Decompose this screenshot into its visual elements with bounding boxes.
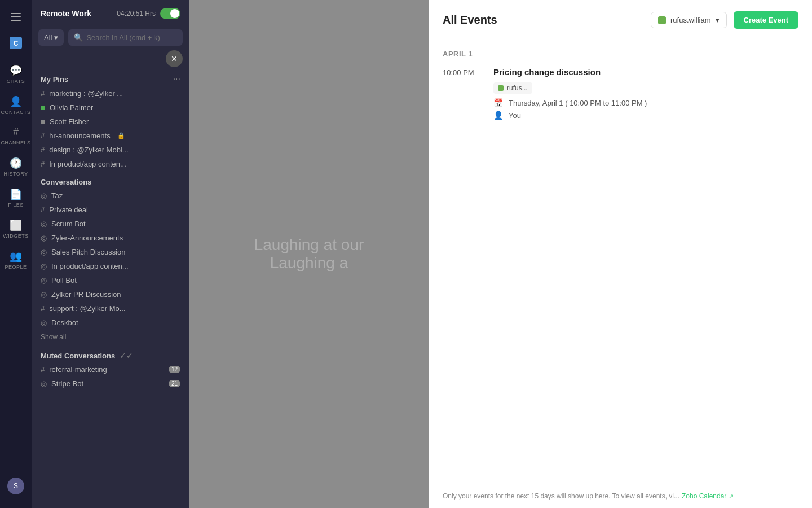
nav-item-chats[interactable]: 💬 CHATS [0,59,32,90]
nav-item-history[interactable]: 🕐 HISTORY [0,151,32,182]
sidebar-bottom: S [7,478,24,501]
workspace-name: Remote Work [41,9,91,18]
main-content-area: Laughing at our Laughing a [189,0,429,508]
bot-icon: ◎ [41,276,47,284]
attendee-icon: 👤 [493,111,503,120]
create-event-button[interactable]: Create Event [734,11,798,29]
bot-icon: ◎ [41,191,47,200]
calendar-selector[interactable]: rufus.william ▾ [651,12,727,28]
widgets-icon: ⬜ [10,219,22,231]
event-time: 10:00 PM [443,67,482,77]
nav-item-people[interactable]: 👥 PEOPLE [0,244,32,275]
close-search-button[interactable]: ✕ [166,50,183,67]
app-logo: C [5,32,27,54]
hamburger-menu[interactable] [5,7,27,27]
search-input[interactable] [86,33,177,42]
conv-item-support[interactable]: # support : @Zylker Mo... [32,301,189,316]
nav-item-contacts[interactable]: 👤 CONTACTS [0,90,32,121]
show-all-conversations[interactable]: Show all [32,330,189,344]
nav-item-widgets[interactable]: ⬜ WIDGETS [0,213,32,244]
external-link-icon: ↗ [729,493,734,500]
channel-icon: # [41,146,45,154]
conv-item-scrum-bot[interactable]: ◎ Scrum Bot [32,217,189,231]
svg-rect-1 [11,16,21,17]
panel-header: All Events rufus.william ▾ Create Event [429,0,812,38]
bot-icon: ◎ [41,379,47,388]
status-dot-gray [41,120,45,124]
channel-icon: # [41,132,45,140]
muted-icon: ✓✓ [120,351,133,360]
pin-label-scott: Scott Fisher [50,117,89,126]
channel-icon: # [41,89,45,98]
pin-item-design[interactable]: # design : @Zylker Mobi... [32,143,189,157]
files-icon: 📄 [10,188,22,200]
search-filter-dropdown[interactable]: All ▾ [38,29,64,46]
user-avatar[interactable]: S [7,478,24,494]
calendar-user-label: rufus.william [670,16,711,24]
bot-icon: ◎ [41,290,47,299]
conv-label-support: support : @Zylker Mo... [49,304,125,313]
panel-footer: Only your events for the next 15 days wi… [429,484,812,508]
pin-label-product: In product/app conten... [49,160,126,168]
conv-item-deskbot[interactable]: ◎ Deskbot [32,316,189,330]
left-panel: Remote Work 04:20:51 Hrs All ▾ 🔍 ✕ My Pi… [32,0,189,508]
panel-title: All Events [443,14,497,27]
svg-rect-0 [11,13,21,14]
pin-label-olivia: Olivia Palmer [50,103,93,112]
workspace-timer: 04:20:51 Hrs [117,10,156,17]
muted-item-referral[interactable]: # referral-marketing 12 [32,362,189,376]
my-pins-title: My Pins [41,75,68,84]
laughing-text: Laughing at our Laughing a [254,236,364,272]
muted-label-stripe: Stripe Bot [51,379,83,388]
muted-badge-referral: 12 [169,366,180,373]
pin-item-product[interactable]: # In product/app conten... [32,157,189,171]
nav-item-files[interactable]: 📄 FILES [0,182,32,213]
icon-sidebar: C 💬 CHATS 👤 CONTACTS # CHANNELS 🕐 HISTOR… [0,0,32,508]
conv-item-sales-pitch[interactable]: ◎ Sales Pitch Discussion [32,245,189,259]
status-dot-green [41,106,45,110]
events-body: APRIL 1 10:00 PM Pricing change discussi… [429,38,812,484]
pin-label-marketing: marketing : @Zylker ... [49,89,123,98]
conversations-header: Conversations [32,171,189,189]
search-filter-label: All [44,33,52,42]
conv-label-private-deal: Private deal [49,205,88,214]
channel-icon: # [41,365,45,374]
muted-item-stripe[interactable]: ◎ Stripe Bot 21 [32,376,189,391]
pin-item-marketing[interactable]: # marketing : @Zylker ... [32,86,189,100]
event-calendar-dot [498,85,504,91]
event-name: Pricing change discussion [493,67,798,77]
svg-text:C: C [14,40,19,47]
muted-title: Muted Conversations [41,352,115,360]
nav-item-channels[interactable]: # CHANNELS [0,121,32,151]
channel-icon: # [41,304,45,313]
conv-item-poll-bot[interactable]: ◎ Poll Bot [32,273,189,287]
my-pins-header: My Pins ··· [32,69,189,86]
conv-item-private-deal[interactable]: # Private deal [32,203,189,217]
chats-icon: 💬 [10,64,22,77]
left-panel-header: Remote Work 04:20:51 Hrs [32,0,189,25]
my-pins-more-button[interactable]: ··· [173,74,180,84]
conv-item-taz[interactable]: ◎ Taz [32,189,189,203]
event-row: 10:00 PM Pricing change discussion rufus… [443,67,798,123]
bot-icon: ◎ [41,262,47,270]
muted-badge-stripe: 21 [169,380,180,387]
pin-item-hr[interactable]: # hr-announcements 🔒 [32,129,189,143]
event-datetime-label: Thursday, April 1 ( 10:00 PM to 11:00 PM… [509,99,647,107]
channel-icon: # [41,160,45,168]
calendar-chevron-icon: ▾ [716,16,720,24]
zoho-calendar-link[interactable]: Zoho Calendar [682,492,726,500]
pin-item-olivia[interactable]: Olivia Palmer [32,100,189,115]
contacts-icon: 👤 [10,95,22,108]
conv-item-in-product[interactable]: ◎ In product/app conten... [32,259,189,273]
channels-icon: # [13,126,19,138]
conv-item-zylker-pr[interactable]: ◎ Zylker PR Discussion [32,287,189,301]
event-datetime-row: 📅 Thursday, April 1 ( 10:00 PM to 11:00 … [493,98,798,107]
pin-item-scott[interactable]: Scott Fisher [32,115,189,129]
bot-icon: ◎ [41,318,47,327]
status-toggle[interactable] [160,8,180,19]
right-panel: All Events rufus.william ▾ Create Event … [429,0,812,508]
search-bar[interactable]: 🔍 [68,29,183,46]
conv-label-zyler-announce: Zyler-Announcements [51,234,123,242]
conv-item-zyler-announce[interactable]: ◎ Zyler-Announcements [32,231,189,245]
conv-label-scrum-bot: Scrum Bot [51,220,86,228]
